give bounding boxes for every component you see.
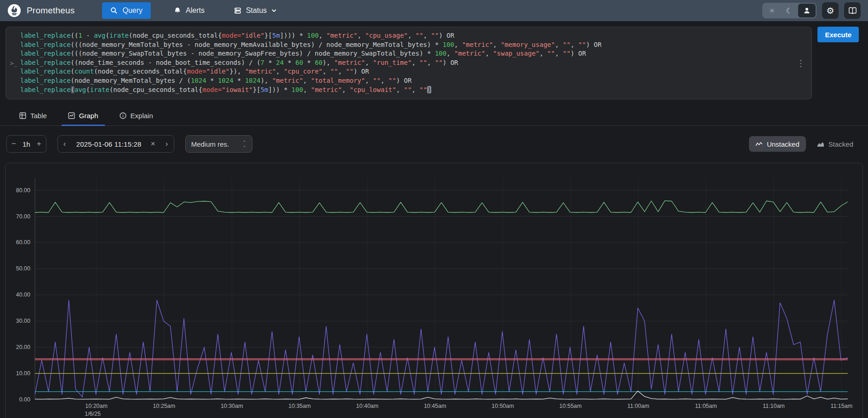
query-expression-line: label_replace(node_memory_MemTotal_bytes… xyxy=(20,76,793,86)
tab-table[interactable]: Table xyxy=(13,107,53,126)
top-navbar: Prometheus Query Alerts Status ☀ xyxy=(0,0,868,21)
light-theme-sun-icon[interactable]: ☀ xyxy=(763,4,781,17)
time-forward-chevron[interactable]: › xyxy=(160,139,174,149)
graph-icon xyxy=(68,112,75,119)
x-tick-label: 10:35am xyxy=(288,403,311,409)
nav-item-alerts[interactable]: Alerts xyxy=(167,2,211,19)
query-expression-line: label_replace((node_time_seconds - node_… xyxy=(20,58,793,68)
query-expression-input[interactable]: >_ label_replace((1 - avg(irate(node_cpu… xyxy=(6,27,812,99)
app-title: Prometheus xyxy=(27,6,74,16)
stacked-button[interactable]: Stacked xyxy=(811,136,860,152)
tab-label: Explain xyxy=(131,112,153,120)
unstacked-button[interactable]: Unstacked xyxy=(749,136,806,152)
settings-button[interactable]: ⚙ xyxy=(822,2,839,19)
query-editor-row: >_ label_replace((1 - avg(irate(node_cpu… xyxy=(6,27,859,99)
tab-label: Graph xyxy=(79,112,98,120)
timeseries-chart[interactable]: 0.0010.0020.0030.0040.0050.0060.0070.008… xyxy=(6,163,862,418)
range-increase-button[interactable]: + xyxy=(32,139,46,149)
nav-item-status[interactable]: Status xyxy=(228,2,283,19)
y-tick-label: 30.00 xyxy=(16,318,30,324)
tab-label: Table xyxy=(30,112,47,120)
x-tick-label: 11:05am xyxy=(695,403,717,409)
datetime-picker: ‹ 2025-01-06 11:15:28 × › xyxy=(57,135,174,153)
series-memory_usage xyxy=(35,201,848,213)
x-tick-label: 11:00am xyxy=(627,403,649,409)
y-tick-label: 80.00 xyxy=(16,187,30,194)
y-tick-label: 40.00 xyxy=(16,292,30,298)
nav-item-label: Query xyxy=(122,6,143,15)
query-expression-line: label_replace((1 - avg(irate(node_cpu_se… xyxy=(20,31,793,40)
editor-menu-kebab-icon[interactable]: ⋮ xyxy=(796,58,805,69)
x-tick-label: 10:40am xyxy=(356,403,379,409)
execute-button[interactable]: Execute xyxy=(817,27,859,42)
chevron-down-icon xyxy=(271,8,277,13)
datetime-value[interactable]: 2025-01-06 11:15:28 xyxy=(72,140,146,148)
y-tick-label: 50.00 xyxy=(16,266,30,272)
database-icon xyxy=(234,7,241,14)
time-back-chevron[interactable]: ‹ xyxy=(58,139,72,149)
resolution-value: Medium res. xyxy=(191,140,229,148)
result-tabs: Table Graph Explain xyxy=(0,107,868,126)
navbar-actions: ☀ ☾ ⚙ xyxy=(762,2,861,19)
graph-panel[interactable]: 0.0010.0020.0030.0040.0050.0060.0070.008… xyxy=(5,163,863,418)
series-cpu_usage xyxy=(35,300,848,397)
resolution-select[interactable]: Medium res. ⌃⌄ xyxy=(185,135,252,153)
query-expression-line: label_replace(((node_memory_MemTotal_byt… xyxy=(20,40,793,50)
y-tick-label: 70.00 xyxy=(16,213,30,220)
query-expression: label_replace((1 - avg(irate(node_cpu_se… xyxy=(20,31,793,94)
query-expression-line: label_replace(count(node_cpu_seconds_tot… xyxy=(20,67,793,76)
nav-item-label: Status xyxy=(246,6,267,15)
gear-icon: ⚙ xyxy=(826,6,834,15)
x-tick-label: 10:20am xyxy=(85,403,108,409)
search-icon xyxy=(110,7,118,14)
x-tick-label: 10:45am xyxy=(424,403,446,409)
y-tick-label: 20.00 xyxy=(16,344,30,350)
documentation-button[interactable] xyxy=(844,2,861,19)
x-tick-label: 10:30am xyxy=(221,403,243,409)
graph-toolbar: − 1h + ‹ 2025-01-06 11:15:28 × › Medium … xyxy=(6,135,860,153)
query-expression-line: label_replace(((node_memory_SwapTotal_by… xyxy=(20,49,793,58)
unstacked-label: Unstacked xyxy=(767,140,799,148)
clear-time-icon[interactable]: × xyxy=(146,139,160,149)
nav-item-label: Alerts xyxy=(186,6,205,15)
x-tick-label: 10:50am xyxy=(491,403,514,409)
dark-theme-moon-icon[interactable]: ☾ xyxy=(781,4,798,17)
x-axis-date-label: 1/6/25 xyxy=(85,411,101,417)
y-tick-label: 0.00 xyxy=(19,396,30,403)
user-theme-person-icon[interactable] xyxy=(798,4,816,17)
theme-toggle: ☀ ☾ xyxy=(762,3,817,18)
range-selector: − 1h + xyxy=(6,135,46,153)
y-tick-label: 60.00 xyxy=(16,240,30,246)
info-icon xyxy=(120,112,126,119)
stacking-toggle: Unstacked Stacked xyxy=(749,136,860,152)
x-tick-label: 10:55am xyxy=(560,403,582,409)
area-chart-icon xyxy=(817,141,824,147)
prompt-icon: >_ xyxy=(10,60,17,67)
x-tick-label: 10:25am xyxy=(153,403,176,409)
stacked-label: Stacked xyxy=(828,140,853,148)
tab-explain[interactable]: Explain xyxy=(113,107,160,126)
nav-item-query[interactable]: Query xyxy=(102,2,151,19)
y-tick-label: 10.00 xyxy=(16,370,30,377)
bell-icon xyxy=(174,7,181,14)
table-icon xyxy=(19,112,26,119)
line-chart-icon xyxy=(755,141,763,147)
x-tick-label: 11:10am xyxy=(763,403,785,409)
range-value[interactable]: 1h xyxy=(21,140,32,148)
brand: Prometheus xyxy=(7,4,74,17)
query-expression-line: label_replace(avg(irate(node_cpu_seconds… xyxy=(20,86,793,95)
tab-graph[interactable]: Graph xyxy=(62,107,105,126)
main-nav: Query Alerts Status xyxy=(102,2,283,19)
range-decrease-button[interactable]: − xyxy=(7,139,21,149)
prometheus-logo-icon xyxy=(7,4,21,17)
x-tick-label: 11:15am xyxy=(830,403,852,409)
book-icon xyxy=(848,7,857,14)
select-chevrons-icon: ⌃⌄ xyxy=(242,141,246,147)
